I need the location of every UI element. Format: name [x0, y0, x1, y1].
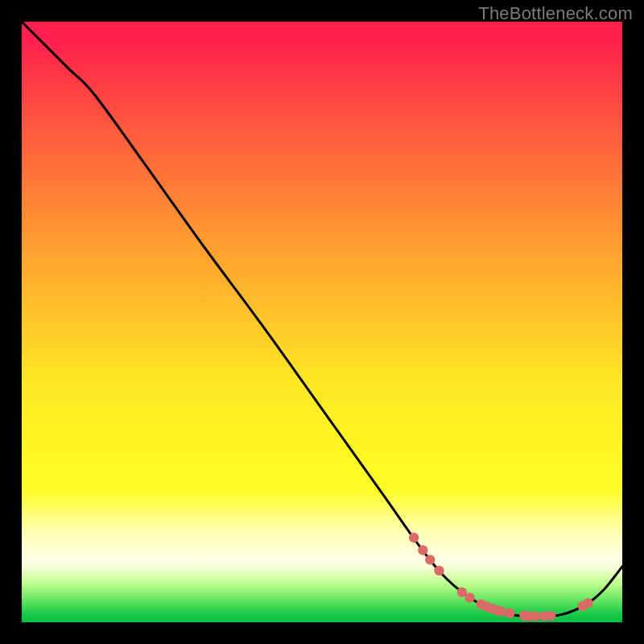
bottleneck-curve — [22, 22, 622, 617]
data-marker — [505, 609, 514, 618]
plot-area — [22, 22, 622, 622]
data-markers — [409, 533, 593, 621]
data-marker — [409, 533, 419, 543]
curve-svg — [22, 22, 622, 622]
data-marker — [434, 566, 444, 576]
watermark-text: TheBottleneck.com — [478, 3, 633, 24]
data-marker — [425, 555, 435, 564]
data-marker — [546, 611, 555, 621]
data-marker — [530, 611, 540, 621]
data-marker — [464, 592, 474, 602]
data-marker — [497, 606, 506, 616]
chart-frame: TheBottleneck.com — [0, 0, 644, 644]
data-marker — [583, 598, 592, 608]
data-marker — [418, 545, 427, 555]
